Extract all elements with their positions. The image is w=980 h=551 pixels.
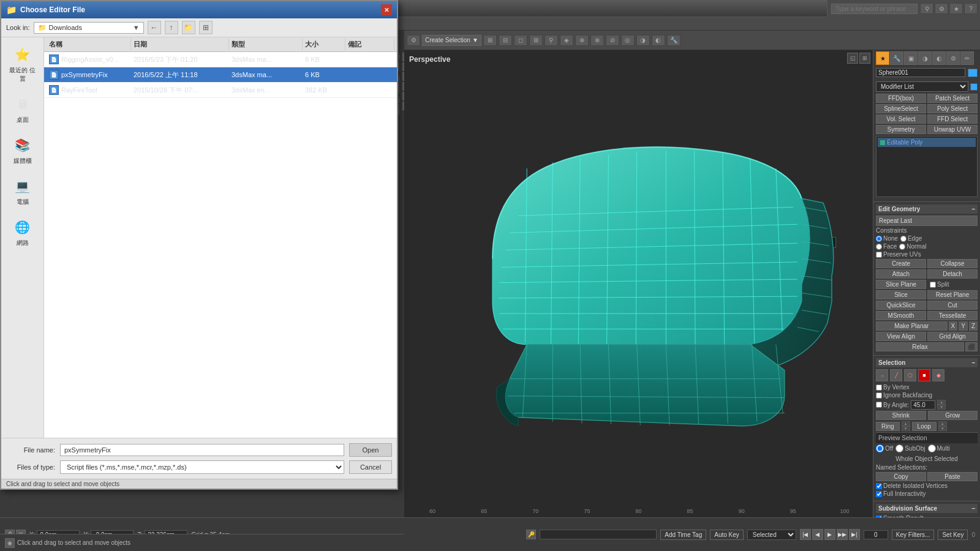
radio-edge[interactable]: Edge [900,235,922,242]
selected-dropdown[interactable]: Selected [747,530,796,540]
object-color-swatch[interactable] [968,69,978,77]
unwrap-uvw-btn[interactable]: Unwrap UVW [927,125,978,134]
x-btn[interactable]: X [949,321,958,331]
patch-select-btn[interactable]: Patch Select [927,94,978,103]
sel-face-icon[interactable]: ■ [918,369,930,381]
sidebar-library[interactable]: 📚 媒體櫃 [4,133,41,168]
spline-select-btn[interactable]: SplineSelect [876,104,926,113]
paste-btn[interactable]: Paste [927,472,978,481]
next-frame-btn[interactable]: ▶| [849,529,860,540]
sidebar-network[interactable]: 🌐 網路 [4,215,41,250]
grow-btn[interactable]: Grow [928,411,978,420]
lookin-dropdown[interactable]: 📁 Downloads ▼ [34,22,144,34]
col-note[interactable]: 備記 [345,39,394,50]
by-vertex-chk[interactable]: By Vertex [876,384,978,391]
copy-btn[interactable]: Copy [876,472,926,481]
create-btn[interactable]: Create [876,259,926,268]
quick-slice-btn[interactable]: QuickSlice [876,301,926,310]
object-name-field[interactable] [876,68,965,77]
col-size[interactable]: 大小 [303,39,345,50]
ignore-backfacing-chk[interactable]: Ignore Backfacing [876,392,978,399]
tab-modify[interactable]: 🔧 [890,51,903,65]
add-time-tag-btn[interactable]: Add Time Tag [660,530,706,540]
msmooth-btn[interactable]: MSmooth [876,311,926,320]
tab-extra[interactable]: ✏ [960,51,974,65]
dialog-close-btn[interactable]: ✕ [381,4,392,15]
star-btn[interactable]: ★ [949,3,963,14]
tab-hierarchy[interactable]: ▣ [904,51,918,65]
delete-isolated-chk[interactable]: Delete Isolated Vertices [876,482,978,489]
cut-btn[interactable]: Cut [927,301,978,310]
viewport-ctrl-2[interactable]: ⊞ [859,53,870,64]
slice-btn[interactable]: Slice [876,290,926,299]
preserve-uvs-chk[interactable]: Preserve UVs [876,251,921,258]
tab-motion[interactable]: ◑ [918,51,932,65]
settings-btn[interactable]: ⚙ [935,3,948,14]
toolbar-btn7[interactable]: ⊕ [575,35,589,46]
sidebar-desktop[interactable]: 🖥 桌面 [4,92,41,127]
relax-btn[interactable]: Relax [876,342,964,351]
sidebar-computer[interactable]: 💻 電腦 [4,174,41,209]
file-row-1[interactable]: 📄 pxSymmetryFix 2016/5/22 上午 11:18 3dsMa… [44,67,397,83]
nav-new-folder-btn[interactable]: 📁 [182,21,195,34]
col-type[interactable]: 類型 [229,39,303,50]
viewport[interactable]: Perspective ◱ ⊞ FRONT [404,50,873,517]
toolbar-btn13[interactable]: 🔧 [667,35,680,46]
help-btn[interactable]: ? [964,3,978,14]
toolbar-btn6[interactable]: ◈ [560,35,573,46]
col-date[interactable]: 日期 [131,39,229,50]
toolbar-btn3[interactable]: ◻ [514,35,527,46]
create-selection-dropdown[interactable]: Create Selection ▼ [422,35,481,46]
z-btn[interactable]: Z [969,321,978,331]
sel-edge-icon[interactable]: ╱ [890,369,902,381]
toolbar-btn12[interactable]: ◐ [652,35,665,46]
modifier-list-dropdown[interactable]: Modifier List [876,81,968,92]
angle-down[interactable]: ▼ [937,405,946,410]
smooth-result-chk[interactable]: Smooth Result [876,515,978,517]
file-row-2[interactable]: 📄 RayFireTool 2015/10/28 下午 07:... 3dsMa… [44,83,397,98]
shrink-btn[interactable]: Shrink [876,411,926,420]
toolbar-btn9[interactable]: ⊘ [606,35,619,46]
nav-up-btn[interactable]: ↑ [165,21,178,34]
modifier-editable-poly[interactable]: Editable Poly [878,138,976,147]
play-btn[interactable]: ▶ [824,529,835,540]
viewport-ctrl-1[interactable]: ◱ [847,53,858,64]
angle-up[interactable]: ▲ [937,400,946,405]
poly-select-btn[interactable]: Poly Select [927,104,978,113]
slice-plane-btn[interactable]: Slice Plane [876,280,926,289]
nav-view-btn[interactable]: ⊞ [199,21,213,34]
toolbar-btn8[interactable]: ⊗ [590,35,604,46]
toolbar-btn5[interactable]: ⚲ [545,35,558,46]
loop-up[interactable]: ▲ [938,421,947,426]
toolbar-btn10[interactable]: ◎ [621,35,635,46]
preview-off-radio[interactable]: Off [876,444,893,452]
auto-key-btn[interactable]: Auto Key [710,530,744,540]
tessellate-btn[interactable]: Tessellate [927,311,978,320]
sel-element-icon[interactable]: ◆ [932,369,944,381]
ring-down[interactable]: ▼ [902,426,910,431]
key-filters-btn[interactable]: Key Filters... [892,530,935,540]
play-all-btn[interactable]: ▶▶ [837,529,848,540]
key-icon[interactable]: 🔑 [526,530,536,539]
edit-geometry-header[interactable]: Edit Geometry – [876,204,978,214]
collapse-btn[interactable]: Collapse [927,259,978,268]
frame-input[interactable] [864,530,888,539]
col-name[interactable]: 名稱 [47,39,131,50]
toolbar-icon1[interactable]: ⚙ [407,35,420,46]
ring-btn[interactable]: Ring [876,422,900,431]
detach-btn[interactable]: Detach [927,269,978,279]
toolbar-btn11[interactable]: ◑ [636,35,650,46]
preview-multi-radio[interactable]: Multi [928,444,950,452]
sidebar-recent[interactable]: ⭐ 最近的 位置 [4,42,41,86]
symmetry-btn[interactable]: Symmetry [876,125,926,134]
grid-align-btn[interactable]: Grid Align [927,332,978,341]
by-angle-input[interactable] [911,400,935,410]
nav-back-btn[interactable]: ← [148,21,161,34]
sel-border-icon[interactable]: ⬡ [904,369,916,381]
loop-btn[interactable]: Loop [912,422,937,431]
loop-down[interactable]: ▼ [938,426,947,431]
reset-plane-btn[interactable]: Reset Plane [927,290,978,299]
tab-display[interactable]: ◐ [932,51,946,65]
attach-btn[interactable]: Attach [876,269,926,279]
toolbar-btn4[interactable]: ⊞ [529,35,543,46]
